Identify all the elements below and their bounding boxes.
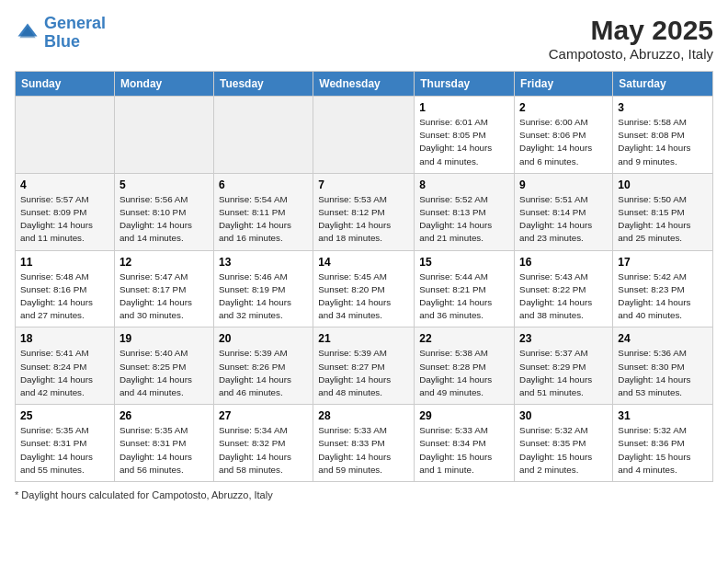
day-info: Sunrise: 5:44 AM Sunset: 8:21 PM Dayligh…	[419, 270, 509, 323]
day-info: Sunrise: 5:46 AM Sunset: 8:19 PM Dayligh…	[219, 270, 308, 323]
day-number: 9	[519, 178, 608, 191]
day-info: Sunrise: 5:33 AM Sunset: 8:34 PM Dayligh…	[419, 424, 509, 477]
day-number: 13	[219, 256, 308, 269]
day-number: 16	[519, 256, 608, 269]
weekday-header: Saturday	[613, 72, 713, 97]
day-number: 5	[119, 178, 209, 191]
day-info: Sunrise: 5:37 AM Sunset: 8:29 PM Dayligh…	[519, 347, 608, 399]
day-info: Sunrise: 5:33 AM Sunset: 8:33 PM Dayligh…	[318, 424, 409, 477]
day-info: Sunrise: 5:32 AM Sunset: 8:35 PM Dayligh…	[519, 424, 608, 477]
day-info: Sunrise: 5:58 AM Sunset: 8:08 PM Dayligh…	[618, 116, 708, 168]
day-number: 18	[20, 332, 109, 345]
day-number: 28	[318, 409, 409, 422]
calendar-cell: 4Sunrise: 5:57 AM Sunset: 8:09 PM Daylig…	[16, 173, 115, 250]
calendar-cell: 25Sunrise: 5:35 AM Sunset: 8:31 PM Dayli…	[16, 405, 115, 482]
day-info: Sunrise: 5:36 AM Sunset: 8:30 PM Dayligh…	[618, 347, 708, 399]
day-info: Sunrise: 5:40 AM Sunset: 8:25 PM Dayligh…	[119, 347, 209, 399]
day-info: Sunrise: 5:39 AM Sunset: 8:27 PM Dayligh…	[318, 347, 409, 399]
calendar-cell: 8Sunrise: 5:52 AM Sunset: 8:13 PM Daylig…	[415, 173, 515, 250]
calendar-cell: 17Sunrise: 5:42 AM Sunset: 8:23 PM Dayli…	[613, 250, 713, 327]
calendar-cell: 22Sunrise: 5:38 AM Sunset: 8:28 PM Dayli…	[415, 327, 515, 405]
day-number: 4	[20, 178, 109, 191]
logo: General Blue	[15, 15, 106, 52]
calendar-cell: 26Sunrise: 5:35 AM Sunset: 8:31 PM Dayli…	[114, 405, 213, 482]
day-number: 17	[618, 256, 708, 269]
day-number: 24	[618, 332, 708, 345]
day-number: 10	[618, 178, 708, 191]
day-info: Sunrise: 5:32 AM Sunset: 8:36 PM Dayligh…	[618, 424, 708, 477]
calendar-cell: 13Sunrise: 5:46 AM Sunset: 8:19 PM Dayli…	[213, 250, 313, 327]
calendar-cell: 28Sunrise: 5:33 AM Sunset: 8:33 PM Dayli…	[313, 405, 415, 482]
header: General Blue May 2025 Campotosto, Abruzz…	[15, 15, 713, 62]
day-info: Sunrise: 5:54 AM Sunset: 8:11 PM Dayligh…	[219, 193, 308, 246]
day-info: Sunrise: 5:43 AM Sunset: 8:22 PM Dayligh…	[519, 270, 608, 323]
calendar-cell	[114, 97, 213, 174]
calendar-cell	[213, 97, 313, 174]
calendar-cell: 18Sunrise: 5:41 AM Sunset: 8:24 PM Dayli…	[16, 327, 115, 405]
weekday-header: Sunday	[16, 72, 115, 97]
day-info: Sunrise: 5:50 AM Sunset: 8:15 PM Dayligh…	[618, 193, 708, 246]
day-number: 26	[119, 409, 209, 422]
title-area: May 2025 Campotosto, Abruzzo, Italy	[549, 15, 713, 62]
calendar-cell: 15Sunrise: 5:44 AM Sunset: 8:21 PM Dayli…	[415, 250, 515, 327]
calendar-cell: 31Sunrise: 5:32 AM Sunset: 8:36 PM Dayli…	[613, 405, 713, 482]
calendar-cell: 14Sunrise: 5:45 AM Sunset: 8:20 PM Dayli…	[313, 250, 415, 327]
day-info: Sunrise: 5:34 AM Sunset: 8:32 PM Dayligh…	[219, 424, 308, 477]
calendar-cell: 12Sunrise: 5:47 AM Sunset: 8:17 PM Dayli…	[114, 250, 213, 327]
day-info: Sunrise: 5:56 AM Sunset: 8:10 PM Dayligh…	[119, 193, 209, 246]
day-number: 25	[20, 409, 109, 422]
calendar-cell: 5Sunrise: 5:56 AM Sunset: 8:10 PM Daylig…	[114, 173, 213, 250]
calendar-cell: 7Sunrise: 5:53 AM Sunset: 8:12 PM Daylig…	[313, 173, 415, 250]
calendar-table: SundayMondayTuesdayWednesdayThursdayFrid…	[15, 71, 713, 482]
calendar-cell: 20Sunrise: 5:39 AM Sunset: 8:26 PM Dayli…	[213, 327, 313, 405]
day-info: Sunrise: 6:01 AM Sunset: 8:05 PM Dayligh…	[419, 116, 509, 168]
calendar-cell: 30Sunrise: 5:32 AM Sunset: 8:35 PM Dayli…	[515, 405, 613, 482]
day-info: Sunrise: 5:45 AM Sunset: 8:20 PM Dayligh…	[318, 270, 409, 323]
month-title: May 2025	[549, 15, 713, 46]
calendar-cell: 29Sunrise: 5:33 AM Sunset: 8:34 PM Dayli…	[415, 405, 515, 482]
day-number: 12	[119, 256, 209, 269]
calendar-week-row: 1Sunrise: 6:01 AM Sunset: 8:05 PM Daylig…	[16, 97, 713, 174]
calendar-week-row: 18Sunrise: 5:41 AM Sunset: 8:24 PM Dayli…	[16, 327, 713, 405]
calendar-cell: 10Sunrise: 5:50 AM Sunset: 8:15 PM Dayli…	[613, 173, 713, 250]
day-info: Sunrise: 5:53 AM Sunset: 8:12 PM Dayligh…	[318, 193, 409, 246]
calendar-cell: 9Sunrise: 5:51 AM Sunset: 8:14 PM Daylig…	[515, 173, 613, 250]
day-number: 14	[318, 256, 409, 269]
weekday-header: Tuesday	[213, 72, 313, 97]
weekday-header: Friday	[515, 72, 613, 97]
calendar-cell: 2Sunrise: 6:00 AM Sunset: 8:06 PM Daylig…	[515, 97, 613, 174]
day-number: 6	[219, 178, 308, 191]
weekday-header: Thursday	[415, 72, 515, 97]
calendar-week-row: 25Sunrise: 5:35 AM Sunset: 8:31 PM Dayli…	[16, 405, 713, 482]
calendar-cell: 19Sunrise: 5:40 AM Sunset: 8:25 PM Dayli…	[114, 327, 213, 405]
calendar-cell	[16, 97, 115, 174]
calendar-week-row: 11Sunrise: 5:48 AM Sunset: 8:16 PM Dayli…	[16, 250, 713, 327]
day-info: Sunrise: 5:48 AM Sunset: 8:16 PM Dayligh…	[20, 270, 109, 323]
calendar-cell: 11Sunrise: 5:48 AM Sunset: 8:16 PM Dayli…	[16, 250, 115, 327]
day-number: 31	[618, 409, 708, 422]
calendar-cell	[313, 97, 415, 174]
calendar-cell: 1Sunrise: 6:01 AM Sunset: 8:05 PM Daylig…	[415, 97, 515, 174]
day-info: Sunrise: 5:42 AM Sunset: 8:23 PM Dayligh…	[618, 270, 708, 323]
day-number: 3	[618, 101, 708, 114]
day-info: Sunrise: 5:57 AM Sunset: 8:09 PM Dayligh…	[20, 193, 109, 246]
weekday-header: Monday	[114, 72, 213, 97]
day-number: 11	[20, 256, 109, 269]
day-number: 8	[419, 178, 509, 191]
day-number: 1	[419, 101, 509, 114]
day-number: 22	[419, 332, 509, 345]
footer-note: * Daylight hours calculated for Campotos…	[15, 489, 713, 500]
day-number: 27	[219, 409, 308, 422]
day-number: 30	[519, 409, 608, 422]
day-info: Sunrise: 5:47 AM Sunset: 8:17 PM Dayligh…	[119, 270, 209, 323]
day-number: 15	[419, 256, 509, 269]
day-number: 2	[519, 101, 608, 114]
weekday-header: Wednesday	[313, 72, 415, 97]
calendar-cell: 21Sunrise: 5:39 AM Sunset: 8:27 PM Dayli…	[313, 327, 415, 405]
calendar-cell: 3Sunrise: 5:58 AM Sunset: 8:08 PM Daylig…	[613, 97, 713, 174]
day-info: Sunrise: 5:52 AM Sunset: 8:13 PM Dayligh…	[419, 193, 509, 246]
calendar-cell: 24Sunrise: 5:36 AM Sunset: 8:30 PM Dayli…	[613, 327, 713, 405]
day-info: Sunrise: 5:35 AM Sunset: 8:31 PM Dayligh…	[20, 424, 109, 477]
day-number: 20	[219, 332, 308, 345]
day-info: Sunrise: 5:41 AM Sunset: 8:24 PM Dayligh…	[20, 347, 109, 399]
